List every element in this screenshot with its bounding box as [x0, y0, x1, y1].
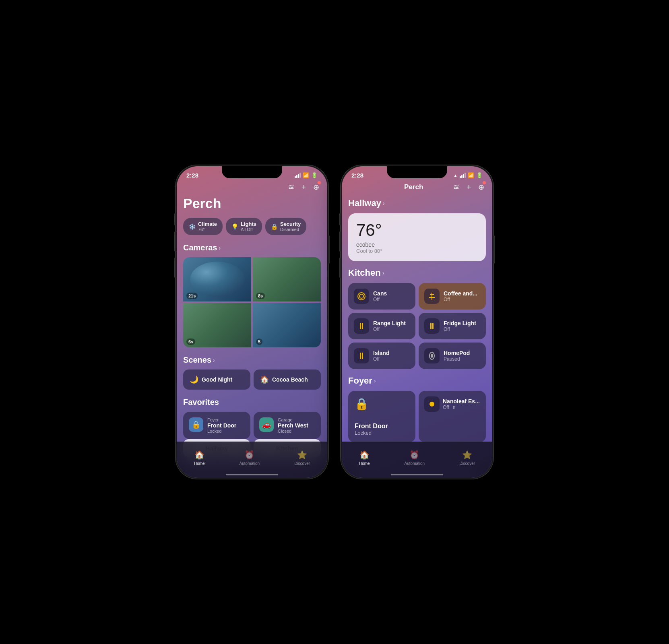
tab-discover-label-1: Discover: [294, 461, 310, 466]
camera-time-2: 6s: [186, 339, 195, 345]
tab-discover-1[interactable]: ⭐ Discover: [294, 450, 310, 466]
foyer-header[interactable]: Foyer ›: [348, 376, 486, 386]
add-icon[interactable]: +: [301, 183, 306, 192]
kitchen-header[interactable]: Kitchen ›: [348, 268, 486, 278]
fav-foyer-room: Foyer: [207, 417, 236, 422]
tab-automation-icon-2: ⏰: [409, 450, 419, 460]
range-light-status: Off: [373, 326, 406, 332]
security-pill[interactable]: 🔒 Security Disarmed: [265, 218, 306, 235]
nanoleaf-icon: [424, 396, 440, 412]
camera-cell-1[interactable]: 8s: [253, 257, 321, 301]
notification-badge: [318, 181, 321, 184]
device-range-light[interactable]: Range Light Off: [348, 313, 415, 339]
svg-rect-9: [360, 353, 361, 359]
security-icon: 🔒: [271, 223, 278, 230]
island-name: Island: [373, 350, 389, 356]
thermo-mode: Cool to 80°: [356, 248, 478, 254]
tab-home-label-2: Home: [359, 461, 370, 466]
front-door-name: Front Door: [355, 423, 409, 430]
cameras-label: Cameras: [183, 243, 217, 252]
good-night-label: Good Night: [202, 376, 232, 383]
nanoleaf-status: Off ⬆: [443, 405, 480, 410]
fav-lock-icon: 🔒: [189, 417, 203, 432]
fav-garage-room: Garage: [278, 417, 308, 422]
foyer-chevron: ›: [374, 378, 376, 384]
svg-point-12: [431, 354, 433, 358]
status-time-2: 2:28: [351, 172, 363, 179]
phone-1-screen: 2:28 📶 🔋 ≋ + ⊕ Perch: [177, 166, 327, 478]
camera-lens-0: [190, 262, 244, 297]
notch-2: [387, 166, 447, 178]
home-indicator-1: [226, 474, 278, 475]
camera-cell-3[interactable]: 5: [253, 303, 321, 347]
kitchen-label: Kitchen: [348, 268, 381, 278]
front-door-card[interactable]: 🔒 Front Door Locked: [348, 391, 415, 442]
tab-automation-2[interactable]: ⏰ Automation: [405, 450, 425, 466]
scene-good-night[interactable]: 🌙 Good Night: [183, 369, 250, 390]
svg-point-13: [429, 402, 434, 407]
tab-automation-label-2: Automation: [405, 461, 425, 466]
notch-1: [222, 166, 282, 178]
nav-bar-2: Perch ≋ + ⊕: [342, 180, 492, 196]
phone-1: 2:28 📶 🔋 ≋ + ⊕ Perch: [176, 165, 328, 479]
cocoa-beach-label: Cocoa Beach: [272, 376, 308, 383]
tab-automation-1[interactable]: ⏰ Automation: [240, 450, 260, 466]
add-icon-2[interactable]: +: [467, 183, 471, 192]
fav-foyer-status: Locked: [207, 429, 236, 433]
camera-cell-2[interactable]: 6s: [183, 303, 251, 347]
tab-home-2[interactable]: 🏠 Home: [359, 450, 370, 466]
wifi-icon-2: 📶: [468, 172, 474, 178]
favorites-grid: 🔒 Foyer Front Door Locked 🚗 Garage Perch…: [183, 412, 321, 439]
coffee-icon: [424, 289, 440, 304]
cameras-header[interactable]: Cameras ›: [183, 243, 321, 252]
hallway-header[interactable]: Hallway ›: [348, 198, 486, 208]
camera-grid: 21s 8s 6s 5: [183, 257, 321, 347]
fav-garage[interactable]: 🚗 Garage Perch West Closed: [254, 412, 321, 439]
scenes-chevron: ›: [213, 357, 215, 363]
fridge-light-status: Off: [444, 326, 476, 332]
camera-time-0: 21s: [186, 293, 198, 299]
range-light-name: Range Light: [373, 320, 406, 326]
fav-foyer-name: Front Door: [207, 422, 236, 429]
nanoleaf-card[interactable]: Nanoleaf Es... Off ⬆: [419, 391, 486, 442]
fav-garage-status: Closed: [278, 429, 308, 433]
favorites-label: Favorites: [183, 398, 321, 407]
svg-rect-7: [430, 323, 432, 329]
sound-waves-icon[interactable]: ≋: [288, 183, 294, 192]
lights-pill[interactable]: 💡 Lights All Off: [226, 218, 262, 235]
home-indicator-2: [391, 474, 443, 475]
fav-foyer-door[interactable]: 🔒 Foyer Front Door Locked: [183, 412, 250, 439]
home-title-1: Perch: [183, 196, 321, 211]
wifi-icon-1: 📶: [303, 172, 309, 178]
climate-pill[interactable]: ❄️ Climate 76°: [183, 218, 223, 235]
hallway-label: Hallway: [348, 198, 381, 208]
battery-icon-1: 🔋: [311, 172, 318, 178]
device-cans[interactable]: Cans Off: [348, 283, 415, 310]
device-homepod[interactable]: HomePod Paused: [419, 343, 486, 369]
bottom-nav-1: 🏠 Home ⏰ Automation ⭐ Discover: [177, 442, 327, 478]
sound-waves-icon-2[interactable]: ≋: [453, 183, 459, 192]
tab-home-icon-2: 🏠: [359, 450, 370, 460]
thermostat-card[interactable]: 76° ecobee Cool to 80°: [348, 213, 486, 261]
cocoa-beach-icon: 🏠: [260, 375, 269, 384]
foyer-grid: 🔒 Front Door Locked Nanoleaf Es... Off: [348, 391, 486, 442]
device-fridge-light[interactable]: Fridge Light Off: [419, 313, 486, 339]
tab-discover-2[interactable]: ⭐ Discover: [459, 450, 475, 466]
camera-cell-0[interactable]: 21s: [183, 257, 251, 301]
phone-2-screen: 2:28 ▲ 📶 🔋 Perch ≋ + ⊕: [342, 166, 492, 478]
island-icon: [354, 348, 369, 363]
device-coffee[interactable]: Coffee and... Off: [419, 283, 486, 310]
climate-icon: ❄️: [189, 223, 196, 230]
device-island[interactable]: Island Off: [348, 343, 415, 369]
good-night-icon: 🌙: [190, 375, 198, 384]
notification-badge-2: [483, 181, 486, 184]
tab-discover-icon-2: ⭐: [462, 450, 472, 460]
more-icon[interactable]: ⊕: [313, 183, 319, 192]
svg-point-0: [358, 293, 365, 300]
scene-cocoa-beach[interactable]: 🏠 Cocoa Beach: [254, 369, 321, 390]
lights-label: Lights: [241, 221, 256, 227]
tab-home-1[interactable]: 🏠 Home: [194, 450, 205, 466]
scenes-header[interactable]: Scenes ›: [183, 355, 321, 365]
more-icon-2[interactable]: ⊕: [478, 183, 484, 192]
tab-home-icon-1: 🏠: [194, 450, 204, 460]
